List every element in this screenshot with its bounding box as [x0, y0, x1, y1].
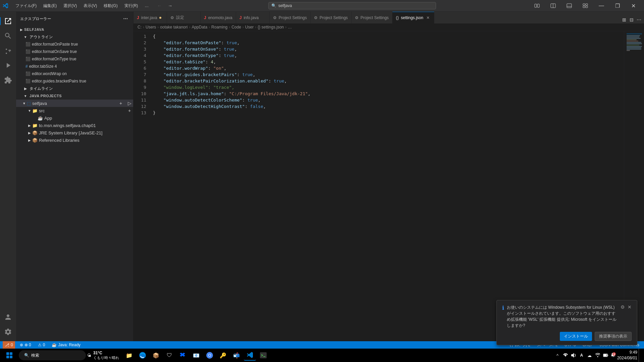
taskbar-app-files[interactable]: 📦 — [150, 350, 162, 361]
start-button[interactable] — [3, 349, 16, 362]
tab-close-button[interactable]: ✕ — [425, 15, 431, 20]
breadcrumb-item-2[interactable]: ootake takanori — [160, 25, 187, 29]
code-editor[interactable]: { "editor.formatOnPaste": true, "editor.… — [150, 31, 624, 341]
status-warnings[interactable]: ⚠ 0 — [36, 341, 47, 349]
customize-layout-icon[interactable] — [578, 0, 593, 12]
taskbar-app-mcafee[interactable]: 🛡 — [163, 350, 175, 361]
tab-project-settings-1[interactable]: ⚙ Project Settings — [270, 12, 311, 23]
taskbar-app-file-explorer[interactable]: 📁 — [123, 350, 135, 361]
open-editors-icon[interactable]: ⊞ — [621, 16, 628, 23]
breadcrumb-item-7[interactable]: {} settings.json — [258, 25, 284, 29]
activity-settings[interactable] — [1, 325, 15, 339]
tab-settings[interactable]: ⚙ 設定 — [167, 12, 201, 23]
add-file-icon[interactable]: + — [117, 100, 124, 107]
minimize-button[interactable]: — — [594, 0, 609, 12]
timeline-section[interactable]: ▶ タイムライン — [16, 85, 133, 92]
outline-section[interactable]: ▼ アウトライン — [16, 33, 133, 41]
add-src-file-icon[interactable]: + — [126, 107, 133, 114]
menu-go[interactable]: 移動(G) — [101, 2, 120, 10]
tray-wifi[interactable] — [594, 352, 601, 359]
activity-extensions[interactable] — [1, 73, 15, 87]
taskbar-app-dropbox[interactable] — [177, 350, 189, 361]
taskbar-app-keepass[interactable]: 🔑 — [217, 350, 229, 361]
tree-src[interactable]: ▼ 📁 src + — [16, 107, 133, 114]
outline-item-5[interactable]: ⬛ editor.guides.bracketPairs true — [16, 77, 133, 85]
tab-project-settings-2[interactable]: ⚙ Project Settings — [311, 12, 352, 23]
weather-widget[interactable]: 🌤 31°Cくもり時々晴れ — [87, 351, 119, 360]
tab-enomoto[interactable]: J enomoto.java — [201, 12, 236, 23]
tree-app[interactable]: ☕ App — [16, 114, 133, 122]
taskbar-app-edge[interactable] — [137, 350, 149, 361]
breadcrumb-item-8[interactable]: … — [288, 25, 292, 29]
tab-settings-json[interactable]: {} settings.json ✕ — [392, 12, 434, 23]
activity-explorer[interactable] — [1, 14, 15, 28]
tab-project-settings-3[interactable]: ⚙ Project Settings — [352, 12, 392, 23]
outline-item-0[interactable]: ⬛ editor.formatOnPaste true — [16, 41, 133, 48]
outline-item-3[interactable]: # editor.tabSize 4 — [16, 63, 133, 70]
taskbar-app-outlook[interactable]: 📧 — [190, 350, 202, 361]
taskbar-app-terminal[interactable] — [257, 350, 269, 361]
status-errors[interactable]: ⊗ ⊗ 0 — [18, 341, 33, 349]
split-icon[interactable] — [545, 0, 561, 12]
tray-network[interactable] — [562, 352, 569, 359]
outline-item-4[interactable]: ⬛ editor.wordWrap on — [16, 70, 133, 77]
activity-source-control[interactable] — [1, 44, 15, 57]
taskbar-search[interactable]: 🔍 🔍 検索 — [19, 350, 86, 360]
activity-account[interactable] — [1, 310, 15, 324]
tree-chap01[interactable]: ▶ 📁 to.msn.wings.selfjava.chap01 — [16, 122, 133, 129]
project-selfjava[interactable]: ▼ ⬚ selfjava + ▷ — [16, 100, 133, 107]
outline-item-2[interactable]: ⬛ editor.formatOnType true — [16, 55, 133, 63]
breadcrumb-item-3[interactable]: AppData — [192, 25, 207, 29]
breadcrumb-item-1[interactable]: Users — [146, 25, 156, 29]
menu-edit[interactable]: 編集(E) — [41, 2, 59, 10]
nav-forward-button[interactable]: → — [165, 1, 175, 10]
menu-file[interactable]: ファイル(F) — [13, 2, 39, 10]
notification-close-button[interactable]: ✕ — [628, 304, 632, 310]
new-file-button[interactable]: ⋯ — [122, 15, 129, 22]
global-search-bar[interactable]: 🔍 selfjava — [268, 2, 436, 9]
status-java[interactable]: ☕ Java: Ready — [50, 341, 83, 349]
show-desktop[interactable] — [639, 349, 641, 362]
search-bar-container[interactable]: 🔍 selfjava — [268, 2, 436, 9]
menu-run[interactable]: 実行(R) — [122, 2, 141, 10]
restore-button[interactable]: ❐ — [610, 0, 625, 12]
split-editor-icon[interactable]: ⊟ — [628, 16, 635, 23]
menu-more[interactable]: … — [142, 2, 151, 9]
notification-settings-icon[interactable]: ⚙ — [621, 304, 625, 310]
outline-item-1[interactable]: ⬛ editor.formatOnSave true — [16, 48, 133, 55]
taskbar-app-chrome[interactable] — [204, 350, 216, 361]
close-button[interactable]: ✕ — [626, 0, 641, 12]
tab-info[interactable]: J info.java — [236, 12, 270, 23]
taskbar-app-mail[interactable]: 📬 — [230, 350, 243, 361]
tray-up-arrow[interactable]: ^ — [554, 352, 561, 359]
tray-battery[interactable] — [602, 352, 609, 359]
tray-ime[interactable]: A — [578, 352, 585, 359]
taskbar-app-vscode[interactable] — [244, 350, 256, 361]
notification-bell[interactable]: 🌤 — [610, 352, 616, 359]
menu-view[interactable]: 表示(V) — [81, 2, 100, 10]
menu-select[interactable]: 選択(V) — [61, 2, 79, 10]
breadcrumb-item-0[interactable]: C: — [138, 25, 142, 29]
install-button[interactable]: インストール — [560, 332, 592, 341]
activity-search[interactable] — [1, 29, 15, 43]
activity-run[interactable] — [1, 59, 15, 72]
sidebar-section-selfjava[interactable]: ▶ SELFJAVA — [16, 26, 133, 33]
breadcrumb-item-4[interactable]: Roaming — [211, 25, 227, 29]
mcafee-icon: 🛡 — [165, 351, 173, 359]
tab-inter-java[interactable]: J inter.java — [133, 12, 167, 23]
java-projects-section[interactable]: ▼ JAVA PROJECTS — [16, 92, 133, 100]
tree-jre[interactable]: ▶ 📦 JRE System Library [JavaSE-21] — [16, 129, 133, 136]
layout-icon[interactable] — [529, 0, 545, 12]
suggest-button[interactable]: 推奨事項の表示 — [595, 332, 632, 341]
taskbar-clock[interactable]: 9:49 2024/08/01 — [617, 350, 637, 361]
tray-volume[interactable] — [570, 352, 577, 359]
run-project-icon[interactable]: ▷ — [126, 100, 133, 107]
nav-back-button[interactable]: ← — [155, 1, 164, 10]
status-git-badge[interactable]: ⎇ 0 — [3, 341, 15, 349]
tray-cloud[interactable]: ☁ — [586, 352, 593, 359]
breadcrumb-item-6[interactable]: User — [245, 25, 254, 29]
more-actions-icon[interactable]: ⋯ — [635, 16, 643, 23]
tree-referenced-libraries[interactable]: ▶ 📦 Referenced Libraries — [16, 136, 133, 144]
breadcrumb-item-5[interactable]: Code — [231, 25, 241, 29]
panel-icon[interactable] — [561, 0, 577, 12]
